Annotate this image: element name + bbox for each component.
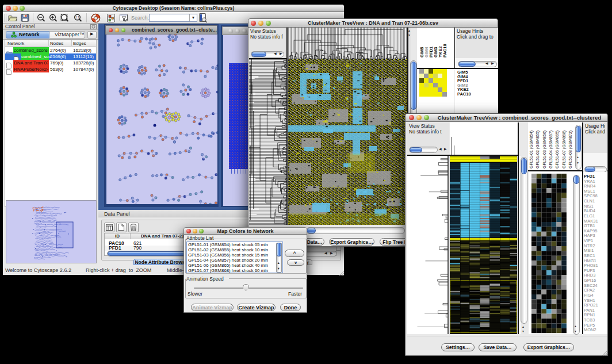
svg-text:GPL51-04 (GSM857): GPL51-04 (GSM857) — [549, 131, 553, 168]
svg-text:GPL51-02 (GSM855): GPL51-02 (GSM855) — [536, 131, 540, 168]
svg-text:GPL51-06 (GSM865): GPL51-06 (GSM865) — [555, 131, 560, 168]
svg-text:GPL51-07 (GSM868): GPL51-07 (GSM868) — [562, 131, 567, 168]
svg-text:PAC10: PAC10 — [442, 44, 447, 58]
svg-text:GPL51-08 (GSM872): GPL51-08 (GSM872) — [568, 131, 573, 168]
svg-text:GPL51-01 (GSM854): GPL51-01 (GSM854) — [529, 131, 534, 168]
svg-text:GPL51-03 (GSM856): GPL51-03 (GSM856) — [542, 131, 547, 168]
svg-text:1:1: 1:1 — [75, 16, 79, 19]
